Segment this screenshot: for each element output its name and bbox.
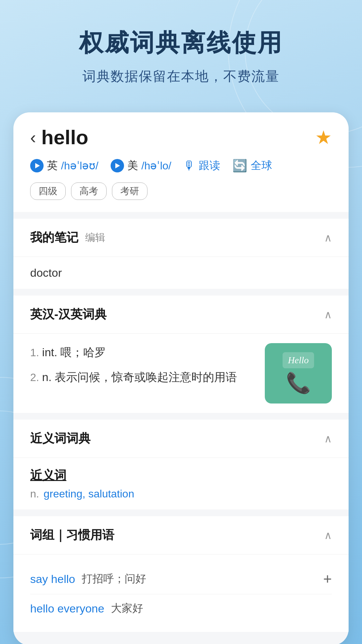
pron-en-item[interactable]: 英 /həˈləʊ/	[30, 158, 99, 173]
synonym-content: 近义词 n. greeting, salutation	[13, 458, 349, 509]
global-label: 全球	[251, 158, 272, 173]
dictionary-card: ‹ hello ★ 英 /həˈləʊ/ 美 /həˈlo/	[13, 112, 349, 644]
pronunciation-row: 英 /həˈləʊ/ 美 /həˈlo/ 🎙 跟读 🔄 全球	[30, 158, 332, 173]
word-display: hello	[41, 126, 88, 149]
phrase-content: say hello 打招呼；问好 + hello everyone 大家好	[13, 554, 349, 632]
pron-us-label: 美	[127, 158, 138, 173]
telephone-icon: 📞	[283, 371, 314, 395]
phrase-left-1: say hello 打招呼；问好	[30, 572, 323, 586]
my-notes-chevron[interactable]: ∧	[324, 231, 332, 244]
en-cn-dict-header: 英汉-汉英词典 ∧	[13, 296, 349, 334]
pron-us-value: /həˈlo/	[141, 159, 171, 172]
dict-image-inner: Hello 📞	[283, 352, 314, 395]
tag-gaokao: 高考	[71, 182, 107, 200]
play-triangle-us	[115, 163, 120, 168]
pron-us-item[interactable]: 美 /həˈlo/	[111, 158, 171, 173]
phrase-add-button-1[interactable]: +	[323, 571, 332, 587]
page-subtitle: 词典数据保留在本地，不费流量	[13, 67, 349, 86]
pron-us-speaker-icon[interactable]	[111, 159, 124, 172]
word-left: ‹ hello	[30, 126, 88, 149]
en-cn-dict-title: 英汉-汉英词典	[30, 306, 107, 323]
tag-cet4: 四级	[30, 182, 66, 200]
def-2-meaning: 表示问候，惊奇或唤起注意时的用语	[55, 371, 237, 383]
def-number-2: 2.	[30, 371, 42, 383]
en-cn-dict-section: 英汉-汉英词典 ∧ 1. int. 喂；哈罗 2. n. 表示问候，惊奇或唤起注…	[13, 296, 349, 413]
follow-read-item[interactable]: 🎙 跟读	[183, 158, 220, 173]
word-title-row: ‹ hello ★	[30, 126, 332, 149]
notes-content: doctor	[13, 257, 349, 289]
en-cn-dict-chevron[interactable]: ∧	[324, 308, 332, 321]
phrase-item-2: hello everyone 大家好	[30, 594, 332, 623]
dict-image-hello-text: Hello	[283, 352, 314, 368]
def-1-pos: int.	[42, 346, 61, 359]
phrase-word-1[interactable]: say hello	[30, 573, 75, 586]
phrase-meaning-2: 大家好	[111, 601, 143, 616]
synonym-dict-section: 近义词词典 ∧ 近义词 n. greeting, salutation	[13, 420, 349, 509]
my-notes-title: 我的笔记	[30, 229, 78, 246]
dict-definitions: 1. int. 喂；哈罗 2. n. 表示问候，惊奇或唤起注意时的用语	[30, 343, 255, 393]
synonym-dict-chevron[interactable]: ∧	[324, 432, 332, 445]
exam-tags-row: 四级 高考 考研	[30, 182, 332, 200]
def-2-pos: n.	[42, 371, 55, 383]
phrases-chevron[interactable]: ∧	[324, 529, 332, 542]
phrases-header: 词组｜习惯用语 ∧	[13, 516, 349, 554]
back-button[interactable]: ‹	[30, 129, 36, 146]
phrase-item-1: say hello 打招呼；问好 +	[30, 564, 332, 594]
my-notes-title-row: 我的笔记 编辑	[30, 229, 105, 246]
synonym-section-title: 近义词	[30, 467, 332, 484]
phrase-meaning-1: 打招呼；问好	[82, 572, 146, 586]
word-header: ‹ hello ★ 英 /həˈləʊ/ 美 /həˈlo/	[13, 112, 349, 212]
phrase-left-2: hello everyone 大家好	[30, 601, 332, 616]
pron-en-label: 英	[47, 158, 58, 173]
dict-content: 1. int. 喂；哈罗 2. n. 表示问候，惊奇或唤起注意时的用语 Hell…	[13, 334, 349, 413]
phrases-title: 词组｜习惯用语	[30, 527, 114, 543]
phrase-word-2[interactable]: hello everyone	[30, 602, 104, 615]
play-triangle	[35, 163, 40, 168]
refresh-icon: 🔄	[232, 159, 247, 173]
synonym-dict-header: 近义词词典 ∧	[13, 420, 349, 458]
follow-read-label: 跟读	[199, 158, 220, 173]
synonym-pos: n.	[30, 488, 39, 500]
my-notes-header: 我的笔记 编辑 ∧	[13, 219, 349, 257]
dict-def-1: 1. int. 喂；哈罗	[30, 343, 255, 361]
def-number-1: 1.	[30, 346, 42, 359]
my-notes-section: 我的笔记 编辑 ∧ doctor	[13, 219, 349, 289]
synonym-words[interactable]: greeting, salutation	[44, 488, 134, 500]
def-1-meaning: 喂；哈罗	[60, 346, 106, 359]
pron-en-speaker-icon[interactable]	[30, 159, 44, 172]
top-section: 权威词典离线使用 词典数据保留在本地，不费流量	[0, 0, 362, 106]
phrases-section: 词组｜习惯用语 ∧ say hello 打招呼；问好 + hello every…	[13, 516, 349, 632]
synonym-dict-title: 近义词词典	[30, 430, 90, 447]
bookmark-star-icon[interactable]: ★	[315, 126, 332, 148]
microphone-icon: 🎙	[183, 159, 195, 173]
global-item[interactable]: 🔄 全球	[232, 158, 272, 173]
dict-def-2: 2. n. 表示问候，惊奇或唤起注意时的用语	[30, 368, 255, 386]
pron-en-value: /həˈləʊ/	[61, 159, 99, 172]
page-title: 权威词典离线使用	[13, 27, 349, 59]
dict-illustration: Hello 📞	[265, 343, 332, 404]
tag-kaoyan: 考研	[112, 182, 147, 200]
notes-text: doctor	[30, 266, 62, 279]
notes-edit-button[interactable]: 编辑	[85, 231, 105, 245]
